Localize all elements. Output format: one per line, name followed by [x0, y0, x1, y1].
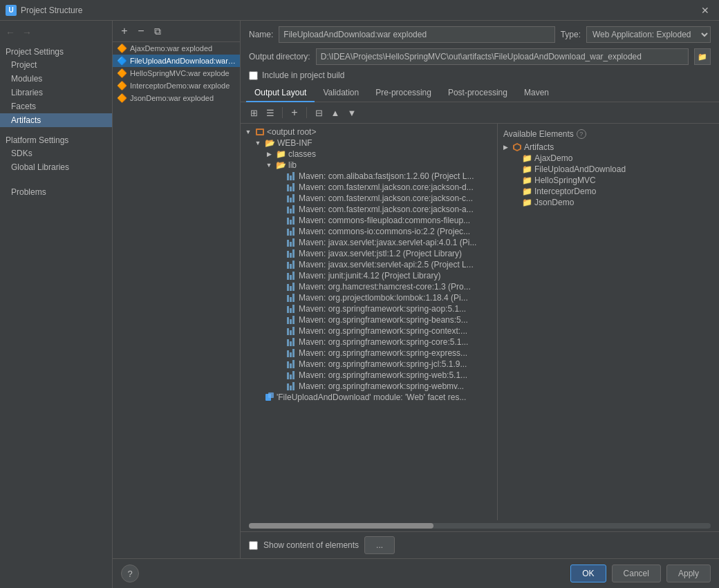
tab-post-processing[interactable]: Post-processing [440, 84, 516, 102]
tree-output-root[interactable]: <output root> [241, 126, 497, 137]
tree-maven-jackson-annotations[interactable]: Maven: com.fasterxml.jackson.core:jackso… [241, 204, 497, 215]
tree-maven-spring-webmvc[interactable]: Maven: org.springframework:spring-webmv.… [241, 381, 497, 392]
help-icon[interactable]: ? [577, 129, 586, 139]
type-select[interactable]: Web Application: Exploded [586, 26, 711, 43]
include-build-checkbox[interactable] [249, 71, 258, 80]
sidebar-item-problems[interactable]: Problems [0, 185, 112, 199]
forward-button[interactable]: → [19, 25, 35, 40]
tree-maven-jstl[interactable]: Maven: javax.servlet:jstl:1.2 (Project L… [241, 248, 497, 259]
add-tree-button[interactable]: + [287, 105, 302, 120]
available-file-upload[interactable]: 📁 FileUploadAndDownload [498, 164, 719, 175]
maven-icon [287, 371, 297, 379]
cancel-button[interactable]: Cancel [612, 565, 661, 582]
sidebar-item-global-libraries[interactable]: Global Libraries [0, 160, 112, 174]
tree-maven-spring-beans[interactable]: Maven: org.springframework:spring-beans:… [241, 314, 497, 325]
tree-maven-servlet-api-25[interactable]: Maven: javax.servlet:servlet-api:2.5 (Pr… [241, 259, 497, 270]
sidebar-item-sdks[interactable]: SDKs [0, 146, 112, 160]
tree-maven-spring-expression[interactable]: Maven: org.springframework:spring-expres… [241, 348, 497, 359]
available-json-demo[interactable]: 📁 JsonDemo [498, 197, 719, 208]
tree-maven-lombok[interactable]: Maven: org.projectlombok:lombok:1.18.4 (… [241, 292, 497, 303]
include-build-row: Include in project build [241, 68, 719, 83]
scrollbar-track[interactable] [249, 523, 711, 529]
help-button[interactable]: ? [121, 565, 139, 582]
tree-file-upload-module[interactable]: 'FileUploadAndDownload' module: 'Web' fa… [241, 392, 497, 403]
copy-artifact-button[interactable]: ⧉ [150, 23, 165, 39]
tree-maven-spring-core[interactable]: Maven: org.springframework:spring-core:5… [241, 336, 497, 348]
folder-web-inf-icon: 📂 [265, 138, 275, 148]
tree-maven-jackson-core[interactable]: Maven: com.fasterxml.jackson.core:jackso… [241, 193, 497, 204]
artifact-hello-spring[interactable]: 🔶 HelloSpringMVC:war explode [113, 67, 240, 79]
json-demo-icon: 📁 [522, 198, 532, 207]
sidebar-item-modules[interactable]: Modules [0, 72, 112, 86]
tree-maven-fastjson[interactable]: Maven: com.alibaba:fastjson:1.2.60 (Proj… [241, 171, 497, 182]
tab-maven[interactable]: Maven [516, 84, 557, 102]
sidebar-item-project[interactable]: Project [0, 58, 112, 72]
apply-button[interactable]: Apply [666, 565, 711, 582]
show-content-checkbox[interactable] [249, 541, 258, 550]
maven-spring-web-label: Maven: org.springframework:spring-web:5.… [299, 370, 467, 380]
layout-btn-1[interactable]: ⊟ [311, 105, 326, 120]
tree-section: ⊞ ☰ + ⊟ ▲ ▼ [241, 102, 719, 520]
tree-maven-junit[interactable]: Maven: junit:junit:4.12 (Project Library… [241, 270, 497, 281]
hello-spring-icon: 📁 [522, 176, 532, 185]
tree-maven-hamcrest[interactable]: Maven: org.hamcrest:hamcrest-core:1.3 (P… [241, 281, 497, 292]
tree-maven-commons-io[interactable]: Maven: commons-io:commons-io:2.2 (Projec… [241, 226, 497, 237]
sidebar-item-artifacts[interactable]: Artifacts [0, 113, 112, 127]
show-content-label[interactable]: Show content of elements [263, 540, 359, 550]
sidebar-item-facets[interactable]: Facets [0, 99, 112, 113]
available-artifacts[interactable]: Artifacts [498, 142, 719, 153]
tree-web-inf[interactable]: 📂 WEB-INF [241, 137, 497, 149]
tree-lib[interactable]: 📂 lib [241, 160, 497, 171]
available-interceptor[interactable]: 📁 InterceptorDemo [498, 186, 719, 197]
ok-button[interactable]: OK [570, 565, 606, 582]
artifact-ajax-demo[interactable]: 🔶 AjaxDemo:war exploded [113, 42, 240, 55]
maven-icon [287, 294, 297, 302]
tab-validation[interactable]: Validation [315, 84, 367, 102]
name-input[interactable] [279, 26, 554, 43]
classes-label: classes [288, 149, 316, 159]
maven-icon [287, 272, 297, 280]
artifact-file-upload[interactable]: 🔷 FileUploadAndDownload:war exploded [113, 55, 240, 67]
dots-button[interactable]: ... [364, 536, 395, 554]
close-button[interactable]: ✕ [697, 3, 713, 17]
tree-maven-servlet-api-401[interactable]: Maven: javax.servlet:javax.servlet-api:4… [241, 237, 497, 248]
tree-maven-spring-jcl[interactable]: Maven: org.springframework:spring-jcl:5.… [241, 359, 497, 370]
tree-maven-jackson-databind[interactable]: Maven: com.fasterxml.jackson.core:jackso… [241, 182, 497, 193]
tab-output-layout[interactable]: Output Layout [246, 84, 315, 102]
artifact-hello-spring-label: HelloSpringMVC:war explode [130, 69, 230, 77]
maven-commons-io-label: Maven: commons-io:commons-io:2.2 (Projec… [299, 227, 470, 236]
output-dir-row: Output directory: 📁 [241, 46, 719, 68]
available-ajax-demo[interactable]: 📁 AjaxDemo [498, 153, 719, 164]
browse-button[interactable]: 📁 [694, 48, 711, 65]
move-down-button[interactable]: ▼ [344, 105, 360, 120]
available-hello-spring[interactable]: 📁 HelloSpringMVC [498, 175, 719, 186]
include-build-label[interactable]: Include in project build [262, 70, 344, 80]
tree-maven-commons-fileupload[interactable]: Maven: commons-fileupload:commons-fileup… [241, 215, 497, 226]
tree-maven-spring-context[interactable]: Maven: org.springframework:spring-contex… [241, 325, 497, 336]
collapse-all-button[interactable]: ☰ [263, 105, 278, 120]
output-dir-input[interactable] [316, 48, 689, 65]
artifact-selected-icon: 🔷 [117, 56, 127, 66]
scrollbar-area[interactable] [241, 520, 719, 531]
output-layout-tree[interactable]: <output root> 📂 WEB-INF [241, 124, 498, 520]
maven-icon [287, 260, 297, 269]
tree-maven-spring-web[interactable]: Maven: org.springframework:spring-web:5.… [241, 370, 497, 381]
expand-all-button[interactable]: ⊞ [246, 105, 261, 120]
remove-artifact-button[interactable]: − [133, 23, 149, 39]
available-artifacts-label: Artifacts [524, 142, 554, 152]
artifact-json-demo[interactable]: 🔶 JsonDemo:war exploded [113, 92, 240, 104]
bottom-bar: Show content of elements ... [241, 531, 719, 558]
back-button[interactable]: ← [3, 25, 18, 40]
sidebar-item-libraries[interactable]: Libraries [0, 86, 112, 99]
scrollbar-thumb[interactable] [249, 523, 433, 529]
maven-spring-webmvc-label: Maven: org.springframework:spring-webmv.… [299, 381, 464, 391]
right-panel: + − ⧉ 🔶 AjaxDemo:war exploded 🔷 FileUplo… [113, 21, 719, 588]
file-upload-label: FileUploadAndDownload [534, 164, 626, 174]
move-up-button[interactable]: ▲ [328, 105, 343, 120]
artifact-interceptor[interactable]: 🔶 InterceptorDemo:war explode [113, 79, 240, 92]
add-artifact-button[interactable]: + [117, 23, 132, 39]
tree-classes[interactable]: 📁 classes [241, 149, 497, 160]
tree-maven-spring-aop[interactable]: Maven: org.springframework:spring-aop:5.… [241, 303, 497, 314]
window: U Project Structure ✕ ← → Project Settin… [0, 0, 719, 588]
tab-pre-processing[interactable]: Pre-processing [367, 84, 440, 102]
